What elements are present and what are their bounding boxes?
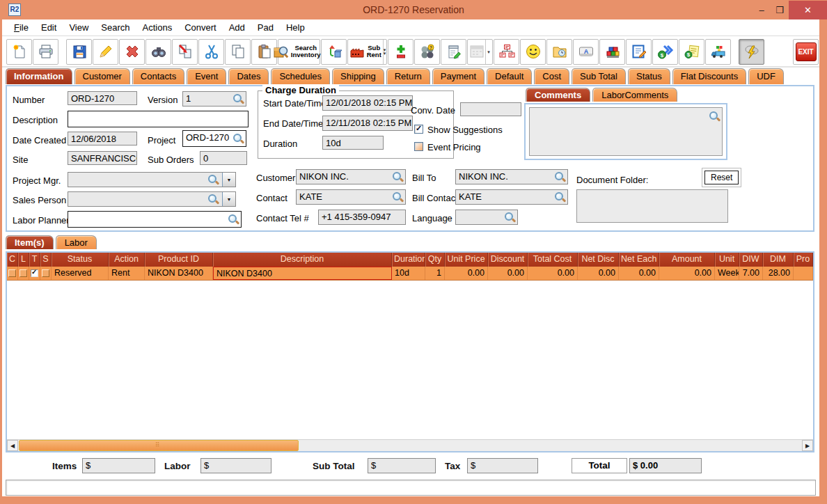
tab-labor[interactable]: Labor — [56, 235, 97, 249]
new-document-button[interactable] — [6, 39, 32, 65]
dollar-forward-button[interactable]: $ — [652, 39, 678, 65]
comments-textarea[interactable] — [529, 107, 723, 156]
comments-lookup-icon[interactable] — [709, 111, 720, 122]
smiley-button[interactable] — [520, 39, 546, 65]
tab-payment[interactable]: Payment — [432, 68, 485, 84]
grid-cell-unit[interactable]: Week — [715, 267, 739, 280]
grid-col-t[interactable]: T — [29, 253, 40, 267]
edit-pencil-button[interactable] — [93, 39, 118, 65]
grid-col-action[interactable]: Action — [109, 253, 145, 267]
convert-cube-button[interactable] — [321, 39, 347, 65]
contact-tel-field[interactable]: +1 415-359-0947 — [318, 210, 406, 225]
grid-cell-total-cost[interactable]: 0.00 — [528, 267, 578, 280]
add-remove-button[interactable] — [388, 39, 414, 65]
customer-field[interactable]: NIKON INC. — [296, 169, 406, 184]
grid-col-qty[interactable]: Qty — [425, 253, 445, 267]
grid-col-amount[interactable]: Amount — [659, 253, 715, 267]
sales-person-combo[interactable]: ▼ — [68, 191, 236, 207]
save-button[interactable] — [66, 39, 92, 65]
grid-cell-diw[interactable]: 7.00 — [739, 267, 763, 280]
grid-col-product-id[interactable]: Product ID — [145, 253, 213, 267]
exit-button[interactable]: EXIT — [793, 39, 819, 65]
project-mgr-combo[interactable]: ▼ — [68, 172, 236, 187]
grid-col-dim[interactable]: DIM — [763, 253, 794, 267]
find-binoculars-button[interactable] — [145, 39, 171, 65]
tab-item-s-[interactable]: Item(s) — [6, 235, 54, 249]
org-chart-button[interactable] — [494, 39, 519, 65]
contact-lookup-icon[interactable] — [392, 191, 403, 203]
version-field[interactable]: 1 — [182, 91, 246, 107]
copy-button[interactable] — [225, 39, 251, 65]
grid-col-l[interactable]: L — [18, 253, 29, 267]
grid-cell-status[interactable]: Reserved — [52, 267, 109, 280]
menu-convert[interactable]: Convert — [178, 21, 223, 34]
project-mgr-lookup-icon[interactable] — [207, 174, 219, 185]
group-question-button[interactable]: ? — [414, 39, 440, 65]
event-pricing-checkbox[interactable] — [414, 142, 423, 151]
grid-cell-t[interactable] — [29, 267, 40, 280]
grid-col-status[interactable]: Status — [52, 253, 109, 267]
bill-to-field[interactable]: NIKON INC. — [455, 169, 568, 184]
reset-button[interactable]: Reset — [704, 171, 739, 184]
truck-button[interactable] — [705, 39, 731, 65]
tab-cost[interactable]: Cost — [534, 68, 569, 84]
grid-checkbox-l[interactable] — [19, 269, 27, 277]
menu-view[interactable]: View — [63, 21, 95, 34]
calendar-button[interactable]: ▾ — [467, 39, 493, 65]
tab-shipping[interactable]: Shipping — [332, 68, 384, 84]
grid-cell-qty[interactable]: 1 — [425, 267, 445, 280]
close-button[interactable]: ✕ — [789, 1, 827, 19]
tab-flat-discounts[interactable]: Flat Discounts — [672, 68, 746, 84]
delete-button[interactable] — [119, 39, 145, 65]
grid-cell-net-disc[interactable]: 0.00 — [578, 267, 619, 280]
grid-col-c[interactable]: C — [7, 253, 18, 267]
grid-cell-product-id[interactable]: NIKON D3400 — [145, 267, 213, 280]
grid-cell-pro[interactable] — [794, 267, 813, 280]
grid-cell-s[interactable] — [40, 267, 52, 280]
keyboard-key-button[interactable]: A — [573, 39, 599, 65]
menu-add[interactable]: Add — [223, 21, 251, 34]
grid-cell-duration[interactable]: 10d — [392, 267, 425, 280]
grid-cell-action[interactable]: Rent — [109, 267, 145, 280]
menu-help[interactable]: Help — [280, 21, 311, 34]
description-field[interactable] — [68, 111, 249, 127]
start-datetime-field[interactable]: 12/01/2018 02:15 PM — [322, 95, 413, 111]
tab-event[interactable]: Event — [187, 68, 226, 84]
grid-checkbox-s[interactable] — [42, 269, 49, 277]
scroll-right-icon[interactable]: ▶ — [802, 440, 813, 451]
grid-checkbox-t[interactable] — [31, 269, 38, 277]
grid-col-diw[interactable]: DIW — [739, 253, 763, 267]
grid-col-unit[interactable]: Unit — [715, 253, 739, 267]
grid-col-duration[interactable]: Duration — [392, 253, 425, 267]
grid-row[interactable]: ReservedRentNIKON D3400NIKON D340010d10.… — [7, 267, 813, 281]
labor-planner-lookup-icon[interactable] — [228, 214, 239, 225]
bill-contact-field[interactable]: KATE — [455, 189, 568, 205]
grid-col-description[interactable]: Description — [213, 253, 392, 267]
menu-file[interactable]: File — [8, 21, 35, 34]
grid-cell-amount[interactable]: 0.00 — [659, 267, 715, 280]
tab-schedules[interactable]: Schedules — [271, 68, 330, 84]
language-field[interactable] — [455, 210, 518, 225]
search-inventory-button[interactable]: Search Inventory▾▾ — [278, 39, 320, 65]
grid-col-total-cost[interactable]: Total Cost — [528, 253, 578, 267]
menu-actions[interactable]: Actions — [136, 21, 179, 34]
end-datetime-field[interactable]: 12/11/2018 02:15 PM — [322, 116, 413, 131]
grid-hscrollbar[interactable]: ◀ ▶ — [7, 439, 813, 451]
grid-col-net-each[interactable]: Net Each — [619, 253, 659, 267]
scroll-thumb[interactable] — [19, 440, 299, 451]
sub-rent-dropdown-icon[interactable]: ▾▾ — [383, 40, 386, 64]
maximize-button[interactable]: ❒ — [771, 5, 789, 15]
grid-col-unit-price[interactable]: Unit Price — [445, 253, 488, 267]
cubes-button[interactable] — [599, 39, 625, 65]
grid-col-net-disc[interactable]: Net Disc — [578, 253, 619, 267]
grid-cell-net-each[interactable]: 0.00 — [619, 267, 659, 280]
menu-search[interactable]: Search — [95, 21, 136, 34]
contact-field[interactable]: KATE — [296, 189, 406, 205]
note-edit-button[interactable] — [626, 39, 652, 65]
tab-contacts[interactable]: Contacts — [132, 68, 184, 84]
grid-cell-discount[interactable]: 0.00 — [488, 267, 528, 280]
minimize-button[interactable]: – — [753, 5, 771, 15]
grid-checkbox-c[interactable] — [8, 269, 16, 277]
tab-sub-total[interactable]: Sub Total — [572, 68, 626, 84]
language-lookup-icon[interactable] — [504, 212, 515, 223]
